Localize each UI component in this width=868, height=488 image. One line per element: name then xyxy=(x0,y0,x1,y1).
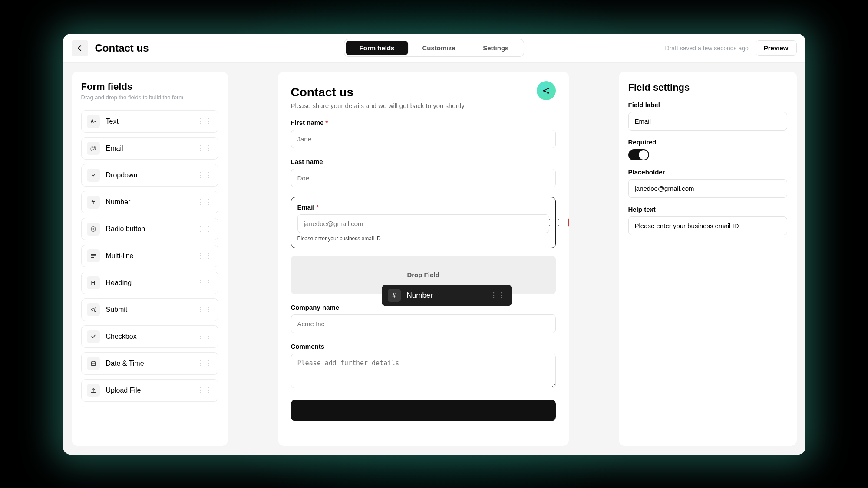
setting-label: Placeholder xyxy=(628,168,787,176)
comments-input[interactable] xyxy=(291,354,556,388)
placeholder-input[interactable] xyxy=(628,179,787,198)
drag-handle-icon[interactable] xyxy=(197,174,213,177)
drag-handle-icon[interactable] xyxy=(197,389,213,392)
drag-handle-icon[interactable] xyxy=(197,308,213,311)
field-label-input[interactable] xyxy=(628,112,787,131)
send-icon xyxy=(87,303,100,316)
field-label: First name* xyxy=(291,119,556,126)
submit-button[interactable] xyxy=(291,400,556,421)
setting-help-text: Help text xyxy=(628,206,787,235)
top-bar-right: Draft saved a few seconds ago Preview xyxy=(665,40,797,56)
sidebar-item-email[interactable]: @ Email xyxy=(81,137,218,160)
tab-customize[interactable]: Customize xyxy=(408,41,469,55)
field-company[interactable]: Company name xyxy=(291,304,556,333)
required-toggle[interactable] xyxy=(628,149,649,160)
first-name-input[interactable] xyxy=(291,130,556,148)
last-name-input[interactable] xyxy=(291,169,556,187)
sidebar-item-heading[interactable]: H Heading xyxy=(81,272,218,294)
sidebar-item-label: Submit xyxy=(106,306,128,314)
help-text-input[interactable] xyxy=(628,216,787,235)
company-input[interactable] xyxy=(291,314,556,333)
sidebar-subtitle: Drag and drop the fields to build the fo… xyxy=(81,94,218,101)
drag-handle-icon[interactable] xyxy=(197,335,213,338)
hash-icon: # xyxy=(87,196,100,209)
sidebar-item-label: Checkbox xyxy=(106,333,137,341)
setting-label: Field label xyxy=(628,101,787,108)
drag-handle-icon[interactable] xyxy=(546,218,563,227)
field-label: Email* xyxy=(297,203,549,211)
dragging-field-label: Number xyxy=(407,291,433,300)
email-input[interactable] xyxy=(297,214,549,233)
field-label: Last name xyxy=(291,158,556,165)
field-help-text: Please enter your business email ID xyxy=(297,236,549,242)
drag-handle-icon[interactable] xyxy=(490,294,506,297)
calendar-icon xyxy=(87,357,100,370)
svg-point-1 xyxy=(92,228,94,230)
text-icon: Aa xyxy=(87,115,100,128)
share-button[interactable] xyxy=(537,81,556,100)
sidebar-item-number[interactable]: # Number xyxy=(81,191,218,213)
field-first-name[interactable]: First name* xyxy=(291,119,556,148)
chevron-down-icon xyxy=(87,169,100,182)
heading-icon: H xyxy=(87,276,100,289)
tab-form-fields[interactable]: Form fields xyxy=(346,41,409,55)
field-actions xyxy=(546,215,569,230)
drag-handle-icon[interactable] xyxy=(197,147,213,150)
drop-zone[interactable]: Drop Field # Number xyxy=(291,256,556,294)
tab-settings[interactable]: Settings xyxy=(469,41,522,55)
drag-handle-icon[interactable] xyxy=(197,201,213,203)
form-description: Please share your details and we will ge… xyxy=(291,102,556,109)
sidebar-title: Form fields xyxy=(81,81,218,92)
sidebar-item-datetime[interactable]: Date & Time xyxy=(81,352,218,375)
sidebar-item-multiline[interactable]: Multi-line xyxy=(81,245,218,267)
field-email-selected[interactable]: Email* Please enter your business email … xyxy=(291,197,556,248)
sidebar-item-upload[interactable]: Upload File xyxy=(81,379,218,402)
field-comments[interactable]: Comments xyxy=(291,343,556,390)
sidebar-item-dropdown[interactable]: Dropdown xyxy=(81,164,218,187)
sidebar-item-checkbox[interactable]: Checkbox xyxy=(81,325,218,348)
drag-handle-icon[interactable] xyxy=(197,120,213,123)
sidebar: Form fields Drag and drop the fields to … xyxy=(72,72,228,446)
field-last-name[interactable]: Last name xyxy=(291,158,556,187)
drag-handle-icon[interactable] xyxy=(197,362,213,365)
hash-icon: # xyxy=(388,289,401,302)
drag-handle-icon[interactable] xyxy=(197,282,213,284)
sidebar-item-label: Text xyxy=(106,118,119,125)
sidebar-item-label: Date & Time xyxy=(106,360,144,367)
setting-field-label: Field label xyxy=(628,101,787,131)
setting-label: Help text xyxy=(628,206,787,213)
sidebar-item-label: Upload File xyxy=(106,386,141,394)
at-icon: @ xyxy=(87,142,100,155)
drag-handle-icon[interactable] xyxy=(197,255,213,257)
drop-zone-label: Drop Field xyxy=(407,271,439,278)
field-label: Comments xyxy=(291,343,556,350)
setting-placeholder: Placeholder xyxy=(628,168,787,198)
sidebar-item-submit[interactable]: Submit xyxy=(81,298,218,321)
svg-rect-2 xyxy=(91,361,95,365)
drag-handle-icon[interactable] xyxy=(197,228,213,230)
form-card: Contact us Please share your details and… xyxy=(278,72,569,446)
delete-field-button[interactable] xyxy=(568,215,569,230)
sidebar-item-label: Radio button xyxy=(106,225,145,233)
back-button[interactable] xyxy=(72,40,88,56)
body: Form fields Drag and drop the fields to … xyxy=(63,63,805,455)
settings-title: Field settings xyxy=(628,82,787,93)
sidebar-item-label: Heading xyxy=(106,279,132,287)
top-bar: Contact us Form fields Customize Setting… xyxy=(63,34,805,63)
sidebar-item-label: Dropdown xyxy=(106,171,138,179)
page-title: Contact us xyxy=(95,42,149,54)
upload-icon xyxy=(87,384,100,397)
setting-required: Required xyxy=(628,138,787,160)
form-title: Contact us xyxy=(291,85,556,99)
dragging-field-chip[interactable]: # Number xyxy=(382,285,512,306)
sidebar-item-radio[interactable]: Radio button xyxy=(81,218,218,240)
sidebar-item-label: Multi-line xyxy=(106,252,134,260)
field-settings-panel: Field settings Field label Required Plac… xyxy=(619,72,797,446)
sidebar-item-label: Email xyxy=(106,144,123,152)
preview-button[interactable]: Preview xyxy=(756,40,797,56)
check-icon xyxy=(87,330,100,343)
draft-status: Draft saved a few seconds ago xyxy=(665,45,749,52)
sidebar-item-text[interactable]: Aa Text xyxy=(81,110,218,133)
radio-icon xyxy=(87,223,100,236)
arrow-left-icon xyxy=(76,44,84,52)
